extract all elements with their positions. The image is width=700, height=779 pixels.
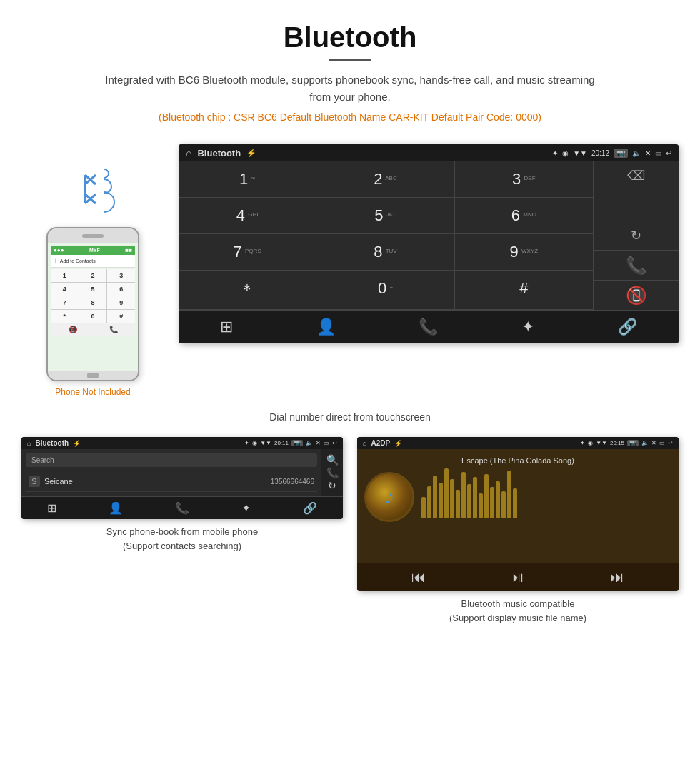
pb-sidebar-call-icon[interactable]: 📞 — [326, 467, 339, 478]
bt-specs: (Bluetooth chip : CSR BC6 Default Blueto… — [14, 111, 686, 123]
signal-icon: ▼▼ — [573, 149, 587, 157]
call-green-cell[interactable]: 📞 — [594, 251, 679, 281]
dial-key-8[interactable]: 8 TUV — [316, 234, 454, 270]
phonebook-list: Search S Seicane 13566664466 — [21, 449, 321, 496]
pb-contact-number: 13566664466 — [271, 478, 314, 486]
pb-bottom-nav: ⊞ 👤 📞 ✦ 🔗 — [21, 496, 343, 519]
nav-grid-icon[interactable]: ⊞ — [220, 318, 233, 336]
dial-key-2[interactable]: 2 ABC — [316, 161, 454, 197]
pb-nav-link-icon[interactable]: 🔗 — [303, 501, 317, 515]
page-description: Integrated with BC6 Bluetooth module, su… — [100, 71, 600, 106]
statusbar-left: ⌂ Bluetooth ⚡ — [186, 147, 256, 159]
home-icon[interactable]: ⌂ — [186, 147, 191, 159]
music-statusbar-right: ✦ ◉ ▼▼ 20:15 📷 🔈 ✕ ▭ ↩ — [580, 440, 673, 446]
music-home-icon[interactable]: ⌂ — [363, 440, 366, 447]
nav-phone-icon[interactable]: 📞 — [419, 318, 438, 336]
phone-not-included-label: Phone Not Included — [55, 387, 130, 397]
dialpad-row-3: 7 PQRS 8 TUV 9 WXYZ — [179, 234, 593, 271]
refresh-cell[interactable]: ↻ — [594, 221, 679, 251]
prev-track-icon[interactable]: ⏮ — [411, 569, 426, 585]
dialpad-side: ⌫ ↻ 📞 📵 — [593, 161, 679, 310]
pb-close-icon[interactable]: ✕ — [316, 440, 321, 446]
phone-bottom-bar — [48, 371, 138, 380]
dial-key-4[interactable]: 4 GHI — [179, 198, 316, 233]
dial-key-5[interactable]: 5 JKL — [316, 198, 454, 233]
phonebook-sidebar: 🔍 📞 ↻ — [321, 449, 343, 496]
next-track-icon[interactable]: ⏭ — [610, 569, 624, 585]
music-wrapper: ⌂ A2DP ⚡ ✦ ◉ ▼▼ 20:15 📷 🔈 ✕ ▭ ↩ — [357, 437, 679, 628]
dial-key-9[interactable]: 9 WXYZ — [455, 234, 593, 270]
nav-person-icon[interactable]: 👤 — [316, 318, 336, 336]
pb-title: Bluetooth — [35, 439, 69, 447]
phone-key-5[interactable]: 5 — [79, 283, 107, 296]
phone-call-icon[interactable]: 📞 — [109, 326, 118, 333]
bluetooth-illustration — [71, 166, 115, 213]
phone-key-6[interactable]: 6 — [107, 283, 135, 296]
phone-key-9[interactable]: 9 — [107, 296, 135, 309]
pb-sidebar-refresh-icon[interactable]: ↻ — [328, 480, 336, 491]
backspace-icon: ⌫ — [627, 168, 645, 184]
nav-bluetooth-icon[interactable]: ✦ — [521, 318, 534, 336]
time-display: 20:12 — [591, 149, 609, 157]
pb-nav-phone-icon[interactable]: 📞 — [175, 501, 189, 515]
call-green-icon: 📞 — [626, 256, 647, 276]
phone-key-8[interactable]: 8 — [79, 296, 107, 309]
music-back-icon[interactable]: ↩ — [668, 440, 673, 446]
phone-section: ●●● MYF ■■ + Add to Contacts 1 2 3 4 5 6… — [21, 144, 164, 397]
phone-key-2[interactable]: 2 — [79, 269, 107, 282]
page-header: Bluetooth Integrated with BC6 Bluetooth … — [0, 0, 700, 137]
volume-icon[interactable]: 🔈 — [632, 149, 641, 157]
pb-sidebar-search-icon[interactable]: 🔍 — [326, 454, 339, 466]
dial-key-star[interactable]: ＊ — [179, 271, 316, 309]
phone-key-1[interactable]: 1 — [51, 269, 79, 282]
bottom-nav: ⊞ 👤 📞 ✦ 🔗 — [179, 310, 679, 343]
phone-battery: ■■ — [125, 247, 132, 253]
dial-key-hash[interactable]: # — [455, 271, 593, 309]
phone-key-star[interactable]: * — [51, 310, 79, 323]
backspace-cell[interactable]: ⌫ — [594, 161, 679, 191]
phone-key-hash[interactable]: # — [107, 310, 135, 323]
phonebook-screen: ⌂ Bluetooth ⚡ ✦ ◉ ▼▼ 20:11 📷 🔈 ✕ ▭ ↩ — [21, 437, 343, 519]
nav-link-icon[interactable]: 🔗 — [618, 318, 637, 336]
phone-key-4[interactable]: 4 — [51, 283, 79, 296]
phone-carrier: MYF — [89, 248, 100, 253]
camera-icon[interactable]: 📷 — [614, 149, 628, 158]
dialpad-grid: 1 ∞ 2 ABC 3 DEF 4 GHI — [179, 161, 593, 310]
pb-camera-icon: 📷 — [291, 440, 303, 446]
music-screen-icon: ▭ — [659, 440, 665, 446]
screen-icon[interactable]: ▭ — [655, 149, 661, 157]
phonebook-caption-text: Sync phone-book from mobile phone(Suppor… — [106, 526, 258, 551]
equalizer — [421, 476, 671, 518]
pb-home-icon[interactable]: ⌂ — [27, 440, 31, 447]
music-title: A2DP — [371, 439, 390, 447]
pb-nav-bt-icon[interactable]: ✦ — [241, 501, 251, 515]
back-icon[interactable]: ↩ — [666, 149, 671, 157]
dial-key-3[interactable]: 3 DEF — [455, 161, 593, 197]
music-signal-icon: ▼▼ — [596, 440, 607, 446]
call-red-cell[interactable]: 📵 — [594, 281, 679, 310]
phone-screen-header: ●●● MYF ■■ — [51, 246, 135, 255]
pb-contact-name: Seicane — [44, 477, 271, 486]
phone-key-0[interactable]: 0 — [79, 310, 107, 323]
pb-back-icon[interactable]: ↩ — [332, 440, 337, 446]
dialpad-area: 1 ∞ 2 ABC 3 DEF 4 GHI — [179, 161, 679, 310]
pb-nav-person-icon[interactable]: 👤 — [109, 501, 123, 515]
phone-key-3[interactable]: 3 — [107, 269, 135, 282]
pb-usb-icon: ⚡ — [73, 440, 81, 447]
phone-home-button[interactable] — [87, 373, 99, 378]
dial-key-0[interactable]: 0 + — [316, 271, 454, 309]
dial-key-7[interactable]: 7 PQRS — [179, 234, 316, 270]
pb-contact-row[interactable]: S Seicane 13566664466 — [26, 471, 317, 492]
music-time: 20:15 — [610, 440, 624, 446]
refresh-icon: ↻ — [631, 228, 641, 243]
music-close-icon[interactable]: ✕ — [651, 440, 656, 446]
pb-nav-grid-icon[interactable]: ⊞ — [47, 501, 56, 515]
phone-key-7[interactable]: 7 — [51, 296, 79, 309]
close-icon[interactable]: ✕ — [645, 149, 651, 157]
phone-end-icon[interactable]: 📵 — [69, 326, 77, 333]
dial-key-6[interactable]: 6 MNO — [455, 198, 593, 233]
dialpad-row-2: 4 GHI 5 JKL 6 MNO — [179, 198, 593, 234]
statusbar-right: ✦ ◉ ▼▼ 20:12 📷 🔈 ✕ ▭ ↩ — [552, 149, 671, 158]
play-pause-icon[interactable]: ⏯ — [511, 569, 525, 585]
dial-key-1[interactable]: 1 ∞ — [179, 161, 316, 197]
